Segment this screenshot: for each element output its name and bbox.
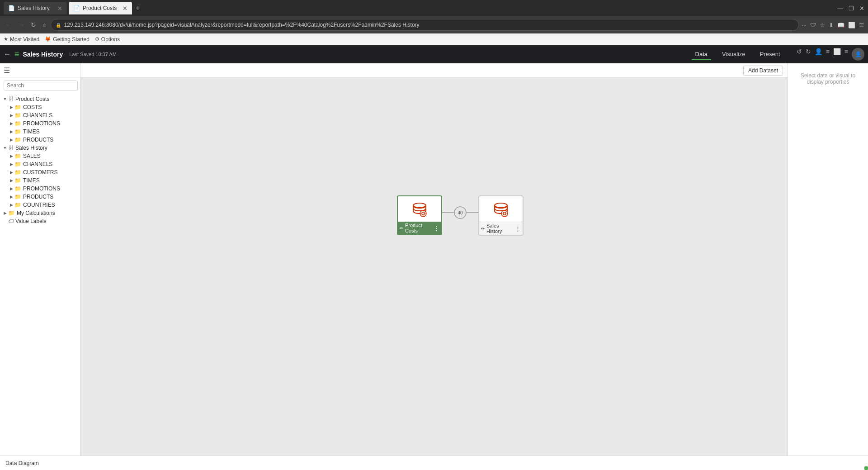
tree-label: PROMOTIONS: [23, 185, 60, 192]
tab-label: Product Costs: [83, 5, 117, 11]
lock-icon: 🔒: [56, 23, 61, 28]
new-tab-button[interactable]: +: [134, 4, 142, 13]
bookmark-label: Most Visited: [10, 36, 39, 43]
search-input[interactable]: [4, 81, 78, 90]
svg-point-2: [454, 207, 466, 218]
tree-label: PROMOTIONS: [23, 120, 60, 127]
database-icon: [411, 202, 428, 218]
tag-icon: 🏷: [8, 218, 14, 224]
add-dataset-button[interactable]: Add Dataset: [743, 66, 783, 76]
app-header-tabs: Data Visualize Present: [692, 49, 784, 60]
tab-present[interactable]: Present: [756, 49, 784, 60]
chevron-right-icon: ▶: [8, 105, 14, 109]
folder-icon: 📁: [14, 177, 21, 184]
tab-favicon: 📄: [8, 5, 15, 11]
sidebar-toggle-icon[interactable]: ☰: [4, 66, 10, 75]
tab-sales-history[interactable]: 📄 Sales History ✕: [4, 2, 67, 14]
chevron-right-icon: ▶: [8, 186, 14, 191]
window-icon[interactable]: ⬜: [833, 48, 841, 61]
tab-product-costs[interactable]: 📄 Product Costs ✕: [69, 2, 132, 14]
app-title: Sales History: [23, 51, 63, 58]
tab-close-btn[interactable]: ✕: [57, 5, 62, 12]
home-button[interactable]: ⌂: [41, 20, 48, 29]
app-back-button[interactable]: ←: [4, 50, 11, 58]
nav-extras: ··· 🛡 ☆ ⬇ 📖 ⬜ ☰: [802, 22, 864, 28]
expand-icon[interactable]: ≡: [844, 48, 848, 61]
share-icon[interactable]: 👤: [815, 48, 822, 61]
edit-icon: ✏: [400, 226, 403, 231]
node-product-costs[interactable]: ✏ Product Costs ⋮: [397, 195, 442, 235]
properties-empty-text: Select data or visual to display propert…: [797, 72, 859, 85]
svg-point-10: [495, 203, 507, 208]
database-group-icon: 🗄: [8, 145, 14, 151]
redo-icon[interactable]: ↻: [806, 48, 811, 61]
back-button[interactable]: ←: [4, 20, 14, 29]
forward-button[interactable]: →: [16, 20, 26, 29]
tree-label: PRODUCTS: [23, 137, 53, 143]
tree-item-products2[interactable]: ▶ 📁 PRODUCTS: [0, 193, 80, 201]
main-layout: ☰ ℹ ▼ 🗄 Product Costs ▶ 📁 COSTS ▶ 📁 CHAN…: [0, 63, 868, 456]
user-avatar[interactable]: 👤: [852, 48, 864, 61]
connection-svg: 40: [80, 78, 788, 456]
canvas-main[interactable]: 40: [80, 78, 788, 456]
tree-item-countries[interactable]: ▶ 📁 COUNTRIES: [0, 201, 80, 209]
minimize-icon[interactable]: —: [837, 5, 843, 12]
folder-icon: 📁: [14, 202, 21, 208]
folder-icon: 📁: [14, 120, 21, 127]
browser-title-bar: 📄 Sales History ✕ 📄 Product Costs ✕ + — …: [0, 0, 868, 16]
app-header-actions: ↺ ↻ 👤 ≡ ⬜ ≡ 👤: [797, 48, 864, 61]
node-menu-icon[interactable]: ⋮: [434, 225, 439, 232]
tree-item-promotions1[interactable]: ▶ 📁 PROMOTIONS: [0, 119, 80, 128]
node-label-bar-unselected: ✏ Sales History ⋮: [479, 222, 523, 235]
bookmark-most-visited[interactable]: ★ Most Visited: [4, 36, 39, 43]
tree-item-costs[interactable]: ▶ 📁 COSTS: [0, 103, 80, 111]
window-controls: — ❐ ✕: [837, 5, 864, 12]
undo-icon[interactable]: ↺: [797, 48, 802, 61]
overflow-menu-icon[interactable]: ···: [802, 22, 807, 28]
tab-visualize[interactable]: Visualize: [718, 49, 749, 60]
sidebar: ☰ ℹ ▼ 🗄 Product Costs ▶ 📁 COSTS ▶ 📁 CHAN…: [0, 63, 80, 456]
chevron-down-icon: ▼: [2, 146, 8, 150]
tree-item-sales[interactable]: ▶ 📁 SALES: [0, 152, 80, 160]
tree-item-channels1[interactable]: ▶ 📁 CHANNELS: [0, 111, 80, 119]
right-panel: Select data or visual to display propert…: [788, 63, 868, 456]
firefox-icon: 🦊: [45, 36, 51, 42]
grid-icon[interactable]: ≡: [826, 48, 830, 61]
address-bar[interactable]: 🔒 129.213.149.246:8080/dv/ui/home.jsp?pa…: [51, 19, 799, 31]
bookmark-star-icon[interactable]: ☆: [820, 22, 825, 28]
tree-item-times2[interactable]: ▶ 📁 TIMES: [0, 176, 80, 185]
folder-icon: 📁: [14, 185, 21, 192]
bottom-bar-label: Data Diagram: [5, 460, 39, 466]
tree-item-customers[interactable]: ▶ 📁 CUSTOMERS: [0, 168, 80, 176]
refresh-button[interactable]: ↻: [29, 20, 38, 29]
tree-item-products1[interactable]: ▶ 📁 PRODUCTS: [0, 136, 80, 144]
node-label-bar-selected: ✏ Product Costs ⋮: [398, 222, 441, 234]
download-icon[interactable]: ⬇: [829, 22, 834, 28]
node-menu-icon[interactable]: ⋮: [515, 225, 521, 232]
chevron-right-icon: ▶: [8, 195, 14, 199]
close-icon[interactable]: ✕: [859, 5, 864, 12]
tree-item-sales-history-group[interactable]: ▼ 🗄 Sales History: [0, 144, 80, 152]
tree-item-channels2[interactable]: ▶ 📁 CHANNELS: [0, 160, 80, 168]
tree-item-my-calculations[interactable]: ▶ 📁 My Calculations: [0, 209, 80, 217]
tree-item-value-labels[interactable]: ▶ 🏷 Value Labels: [0, 217, 80, 225]
browser-menu-icon[interactable]: ☰: [859, 22, 864, 28]
bookmark-getting-started[interactable]: 🦊 Getting Started: [45, 36, 90, 43]
address-text: 129.213.149.246:8080/dv/ui/home.jsp?page…: [64, 22, 794, 28]
tab-label: Sales History: [18, 5, 50, 11]
bookmark-options[interactable]: ⚙ Options: [95, 36, 120, 43]
tree-item-product-costs-group[interactable]: ▼ 🗄 Product Costs: [0, 95, 80, 103]
tree-item-promotions2[interactable]: ▶ 📁 PROMOTIONS: [0, 185, 80, 193]
tree-label: SALES: [23, 153, 41, 159]
tree-item-times1[interactable]: ▶ 📁 TIMES: [0, 128, 80, 136]
node-sales-history[interactable]: ✏ Sales History ⋮: [478, 195, 524, 236]
tab-close-btn[interactable]: ✕: [123, 5, 127, 12]
reader-icon[interactable]: 📖: [837, 22, 844, 28]
svg-point-11: [501, 210, 508, 217]
folder-icon: 📁: [14, 128, 21, 135]
node-label: Sales History: [486, 223, 513, 234]
restore-icon[interactable]: ❐: [849, 5, 854, 12]
tab-data[interactable]: Data: [692, 49, 711, 60]
tree-label: Sales History: [15, 145, 47, 151]
pip-icon[interactable]: ⬜: [848, 22, 855, 28]
